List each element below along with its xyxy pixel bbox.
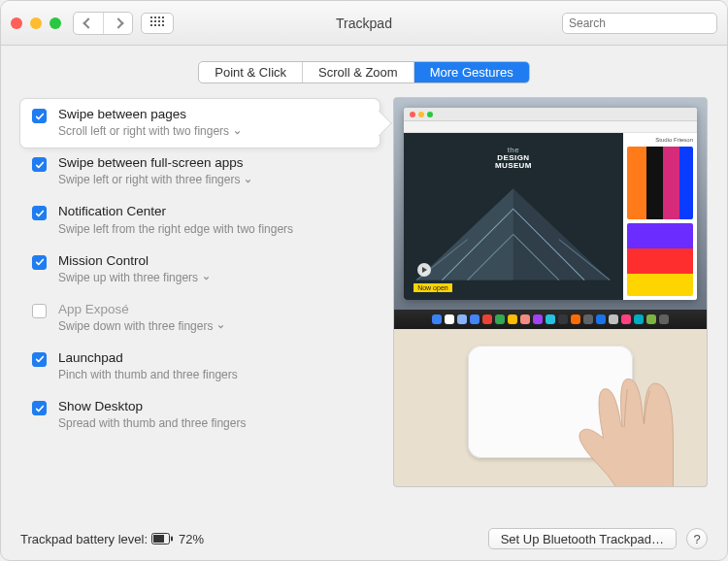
preview-sidebar-label: Studio Frieson (627, 137, 693, 143)
gesture-option-row[interactable]: LaunchpadPinch with thumb and three fing… (20, 343, 380, 391)
gesture-checkbox[interactable] (32, 304, 47, 318)
gesture-subtitle: Pinch with thumb and three fingers (58, 368, 370, 381)
preview-dock (394, 310, 707, 329)
battery-percent: 72% (179, 532, 204, 546)
gesture-title: Swipe between full-screen apps (58, 155, 370, 171)
gesture-subtitle: Spread with thumb and three fingers (58, 416, 370, 430)
gesture-title: Mission Control (58, 253, 370, 269)
dock-app-icon (609, 314, 618, 324)
gesture-checkbox[interactable] (32, 401, 47, 415)
gesture-option-row[interactable]: App ExposéSwipe down with three fingers (20, 294, 380, 343)
gesture-checkbox[interactable] (32, 255, 47, 270)
tab-scroll-and-zoom[interactable]: Scroll & Zoom (302, 62, 414, 82)
preview-page-sidebar: Studio Frieson (623, 133, 697, 300)
gesture-option-row[interactable]: Show DesktopSpread with thumb and three … (20, 391, 380, 440)
gesture-checkbox[interactable] (32, 206, 47, 220)
preview-browser-titlebar (404, 108, 697, 121)
gesture-checkbox[interactable] (32, 109, 47, 123)
dock-app-icon (432, 314, 442, 324)
chevron-down-icon (244, 173, 252, 186)
gesture-option-row[interactable]: Swipe between pagesScroll left or right … (20, 99, 380, 148)
battery-label: Trackpad battery level: (20, 532, 148, 546)
gesture-subtitle[interactable]: Swipe left or right with three fingers (58, 173, 370, 186)
preview-desktop: the DESIGN MUSEUM Now open (394, 98, 707, 310)
gesture-subtitle[interactable]: Scroll left or right with two fingers (58, 124, 370, 138)
hand-graphic (559, 354, 708, 487)
search-input[interactable] (569, 16, 714, 30)
preview-hero-image (412, 183, 614, 295)
tab-segmented-control: Point & Click Scroll & Zoom More Gesture… (198, 61, 529, 83)
dock-app-icon (457, 314, 467, 324)
window-controls (11, 17, 61, 29)
dock-app-icon (646, 314, 656, 324)
gesture-option-row[interactable]: Swipe between full-screen appsSwipe left… (20, 148, 380, 196)
svg-marker-3 (416, 188, 513, 280)
svg-rect-6 (153, 535, 164, 543)
dock-app-icon (546, 314, 555, 324)
back-button[interactable] (74, 13, 103, 34)
tab-row: Point & Click Scroll & Zoom More Gesture… (1, 46, 727, 97)
chevron-right-icon (113, 17, 123, 28)
dock-app-icon (445, 314, 454, 324)
zoom-window-button[interactable] (50, 17, 61, 29)
tab-more-gestures[interactable]: More Gestures (414, 62, 529, 82)
grid-icon (150, 16, 164, 30)
minimize-window-button[interactable] (30, 17, 42, 29)
dock-app-icon (533, 314, 543, 324)
dock-app-icon (520, 314, 530, 324)
dock-app-icon (495, 314, 505, 324)
gesture-subtitle: Swipe left from the right edge with two … (58, 222, 370, 236)
preview-browser-toolbar (404, 121, 697, 133)
preview-browser-window: the DESIGN MUSEUM Now open (404, 108, 697, 300)
dock-app-icon (634, 314, 644, 324)
chevron-left-icon (83, 17, 93, 28)
gesture-title: App Exposé (58, 302, 370, 317)
dock-app-icon (583, 314, 593, 324)
close-window-button[interactable] (11, 17, 22, 29)
svg-rect-5 (171, 537, 173, 542)
dock-app-icon (482, 314, 492, 324)
dock-app-icon (571, 314, 580, 324)
chevron-down-icon (202, 271, 211, 284)
setup-bluetooth-trackpad-button[interactable]: Set Up Bluetooth Trackpad… (488, 528, 677, 549)
gesture-options-list: Swipe between pagesScroll left or right … (20, 97, 380, 517)
preview-site-logo: the DESIGN MUSEUM (404, 147, 623, 170)
preview-banner: Now open (414, 283, 452, 292)
tab-point-and-click[interactable]: Point & Click (199, 62, 302, 82)
titlebar: Trackpad (1, 1, 727, 46)
help-button[interactable]: ? (686, 528, 708, 549)
gesture-checkbox[interactable] (32, 157, 47, 172)
preview-page-main: the DESIGN MUSEUM Now open (404, 133, 623, 300)
dock-app-icon (621, 314, 631, 324)
preview-trackpad-area (394, 329, 707, 486)
dock-app-icon (470, 314, 480, 324)
gesture-title: Show Desktop (58, 399, 370, 414)
nav-buttons (73, 12, 133, 35)
footer: Trackpad battery level: 72% Set Up Bluet… (1, 517, 727, 560)
gesture-option-row[interactable]: Mission ControlSwipe up with three finge… (20, 246, 380, 294)
gesture-checkbox[interactable] (32, 352, 47, 367)
forward-button[interactable] (103, 13, 132, 34)
main-content: Swipe between pagesScroll left or right … (1, 97, 727, 517)
dock-app-icon (596, 314, 606, 324)
dock-app-icon (659, 314, 669, 324)
gesture-title: Swipe between pages (58, 107, 370, 122)
gesture-option-row[interactable]: Notification CenterSwipe left from the r… (20, 196, 380, 245)
dock-app-icon (508, 314, 517, 324)
preview-thumb-1 (627, 147, 693, 219)
gesture-subtitle[interactable]: Swipe up with three fingers (58, 271, 370, 284)
search-field[interactable] (562, 13, 717, 34)
gesture-subtitle[interactable]: Swipe down with three fingers (58, 319, 370, 333)
gesture-preview: the DESIGN MUSEUM Now open (393, 97, 708, 487)
show-all-button[interactable] (141, 13, 174, 34)
dock-app-icon (558, 314, 568, 324)
gesture-title: Notification Center (58, 204, 370, 219)
chevron-down-icon (233, 124, 242, 138)
gesture-title: Launchpad (58, 350, 370, 366)
preview-thumb-2 (627, 223, 693, 296)
chevron-down-icon (216, 319, 225, 333)
battery-icon (151, 533, 173, 544)
